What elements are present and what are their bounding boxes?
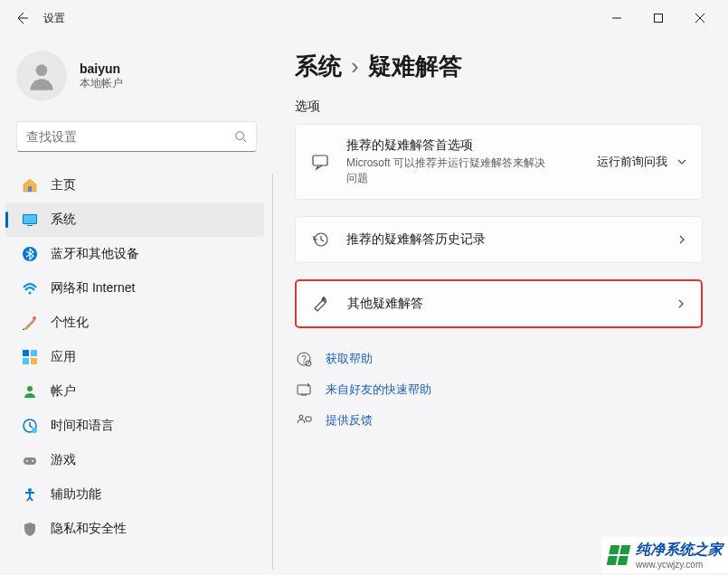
accessibility-icon (22, 486, 38, 503)
svg-point-27 (299, 415, 303, 419)
sidebar-item-label: 网络和 Internet (51, 280, 135, 297)
wrench-icon (311, 294, 331, 314)
svg-rect-10 (23, 350, 29, 356)
avatar (16, 51, 67, 101)
breadcrumb-parent[interactable]: 系统 (295, 51, 342, 82)
sidebar-item-gaming[interactable]: 游戏 (5, 443, 264, 477)
link-get-help[interactable]: 获取帮助 (295, 350, 703, 368)
sidebar-item-privacy[interactable]: 隐私和安全性 (5, 512, 264, 546)
nav-list: 主页 系统 蓝牙和其他设备 网络和 Internet 个性化 (0, 168, 273, 575)
sidebar-item-bluetooth[interactable]: 蓝牙和其他设备 (5, 237, 264, 271)
minimize-icon (612, 14, 621, 23)
breadcrumb: 系统 › 疑难解答 (295, 51, 703, 82)
chevron-down-icon (676, 156, 687, 167)
section-title: 选项 (295, 99, 703, 115)
card-troubleshoot-history[interactable]: 推荐的疑难解答历史记录 (295, 216, 703, 263)
svg-point-9 (33, 316, 36, 320)
title-bar: 设置 (0, 0, 728, 36)
sidebar-item-home[interactable]: 主页 (5, 168, 264, 203)
card-title: 推荐的疑难解答历史记录 (346, 231, 660, 248)
sidebar-item-personalize[interactable]: 个性化 (5, 306, 264, 340)
personalize-icon (22, 315, 38, 331)
sidebar-item-label: 系统 (51, 212, 76, 228)
svg-rect-28 (306, 417, 311, 421)
svg-rect-17 (24, 457, 36, 465)
sidebar: baiyun 本地帐户 主页 系统 蓝牙和其他设备 (0, 36, 273, 575)
sidebar-item-label: 辅助功能 (51, 486, 101, 503)
back-arrow-icon (14, 11, 29, 25)
chat-icon (310, 152, 330, 172)
card-select[interactable]: 运行前询问我 (597, 154, 687, 170)
feedback-icon (295, 411, 313, 429)
sidebar-item-label: 隐私和安全性 (51, 521, 127, 537)
chevron-right-icon (676, 234, 687, 245)
history-icon (310, 230, 330, 250)
svg-point-1 (36, 64, 48, 76)
sidebar-item-accessibility[interactable]: 辅助功能 (5, 477, 264, 512)
privacy-icon (22, 521, 38, 537)
link-label: 来自好友的快速帮助 (326, 382, 431, 398)
chevron-right-icon (676, 298, 686, 309)
system-icon (22, 212, 38, 228)
user-name: baiyun (80, 61, 123, 76)
sidebar-item-label: 主页 (51, 177, 76, 193)
svg-point-19 (32, 460, 33, 462)
sidebar-item-system[interactable]: 系统 (5, 203, 264, 237)
close-button[interactable] (679, 4, 721, 33)
search-box[interactable] (16, 121, 257, 152)
window-title: 设置 (43, 11, 65, 26)
svg-rect-5 (24, 215, 36, 223)
sidebar-item-account[interactable]: 帐户 (5, 374, 264, 409)
svg-rect-11 (31, 350, 37, 356)
quick-assist-icon (295, 381, 313, 399)
sidebar-item-label: 时间和语言 (51, 418, 114, 434)
sidebar-item-label: 帐户 (51, 383, 76, 400)
network-icon (22, 280, 38, 297)
card-troubleshoot-pref[interactable]: 推荐的疑难解答首选项 Microsoft 可以推荐并运行疑难解答来解决问题 运行… (295, 124, 703, 200)
close-icon (695, 14, 704, 23)
maximize-button[interactable] (638, 4, 679, 33)
apps-icon (22, 349, 38, 365)
card-title: 其他疑难解答 (347, 296, 659, 312)
bluetooth-icon (22, 246, 38, 262)
svg-rect-3 (28, 186, 32, 192)
breadcrumb-sep-icon: › (351, 52, 359, 80)
svg-rect-0 (655, 14, 663, 23)
search-input[interactable] (26, 129, 234, 144)
watermark-brand: 纯净系统之家 (636, 542, 723, 557)
watermark: 纯净系统之家 www.ycwjzy.com (587, 537, 728, 573)
watermark-url: www.ycwjzy.com (636, 560, 723, 570)
sidebar-item-network[interactable]: 网络和 Internet (5, 271, 264, 306)
back-button[interactable] (7, 4, 36, 33)
main-content: 系统 › 疑难解答 选项 推荐的疑难解答首选项 Microsoft 可以推荐并运… (273, 36, 728, 575)
svg-point-8 (29, 292, 32, 295)
account-icon (22, 383, 38, 400)
user-profile[interactable]: baiyun 本地帐户 (0, 43, 273, 119)
svg-point-20 (28, 488, 32, 492)
sidebar-item-time[interactable]: 时间和语言 (5, 409, 264, 443)
minimize-button[interactable] (596, 4, 638, 33)
svg-rect-21 (313, 156, 327, 165)
search-icon (234, 130, 247, 143)
card-title: 推荐的疑难解答首选项 (346, 137, 581, 154)
svg-rect-13 (31, 358, 37, 364)
link-label: 获取帮助 (326, 351, 373, 367)
home-icon (22, 177, 38, 193)
link-label: 提供反馈 (326, 412, 373, 429)
help-links: 获取帮助 来自好友的快速帮助 提供反馈 (295, 350, 703, 429)
sidebar-item-label: 蓝牙和其他设备 (51, 246, 139, 262)
svg-point-2 (236, 132, 244, 140)
svg-point-14 (27, 386, 33, 391)
sidebar-item-apps[interactable]: 应用 (5, 340, 264, 374)
link-feedback[interactable]: 提供反馈 (295, 411, 703, 429)
sidebar-item-label: 个性化 (51, 315, 89, 331)
card-select-value: 运行前询问我 (597, 154, 667, 170)
card-desc: Microsoft 可以推荐并运行疑难解答来解决问题 (346, 156, 545, 186)
maximize-icon (654, 14, 663, 23)
sidebar-item-label: 应用 (51, 349, 76, 365)
link-quick-assist[interactable]: 来自好友的快速帮助 (295, 381, 703, 399)
sidebar-item-label: 游戏 (51, 452, 76, 468)
card-other-troubleshoot[interactable]: 其他疑难解答 (295, 279, 703, 328)
svg-point-16 (32, 428, 37, 433)
svg-rect-12 (23, 358, 29, 364)
